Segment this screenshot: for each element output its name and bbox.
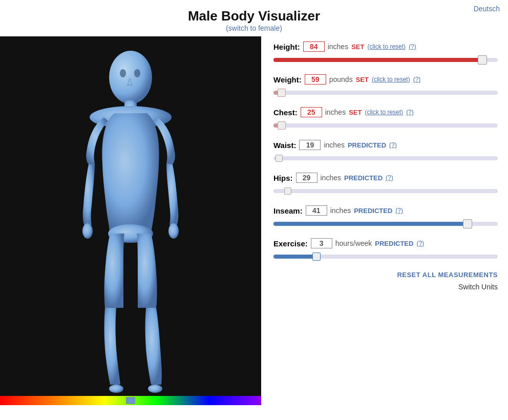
hips-status: PREDICTED bbox=[344, 174, 383, 182]
hips-label: Hips: bbox=[273, 174, 293, 182]
exercise-help-link[interactable]: (?) bbox=[416, 240, 424, 247]
waist-unit: inches bbox=[324, 141, 344, 149]
hips-unit: inches bbox=[321, 174, 341, 182]
waist-slider[interactable] bbox=[273, 156, 498, 160]
chest-unit: inches bbox=[325, 108, 346, 116]
svg-point-7 bbox=[148, 385, 162, 393]
switch-gender-link[interactable]: (switch to female) bbox=[0, 24, 508, 32]
color-bar-thumb[interactable] bbox=[126, 397, 135, 404]
color-bar[interactable] bbox=[0, 396, 261, 405]
weight-label: Weight: bbox=[273, 75, 302, 84]
chest-value-input[interactable] bbox=[301, 107, 322, 117]
page-title: Male Body Visualizer bbox=[0, 8, 508, 24]
height-control: Height: inches SET (click to reset) (?) bbox=[273, 41, 498, 65]
bottom-controls: RESET ALL MEASUREMENTS Switch Units bbox=[273, 271, 498, 291]
body-figure bbox=[0, 36, 261, 405]
body-visualization-panel bbox=[0, 36, 261, 405]
hips-control: Hips: inches PREDICTED (?) bbox=[273, 173, 498, 196]
weight-value-input[interactable] bbox=[305, 74, 326, 85]
height-help-link[interactable]: (?) bbox=[409, 43, 416, 50]
height-label: Height: bbox=[273, 43, 300, 51]
height-slider[interactable] bbox=[273, 58, 498, 62]
weight-help-link[interactable]: (?) bbox=[413, 76, 421, 83]
waist-label: Waist: bbox=[273, 141, 296, 150]
svg-point-6 bbox=[109, 385, 123, 393]
waist-help-link[interactable]: (?) bbox=[389, 141, 397, 149]
svg-point-9 bbox=[134, 69, 140, 77]
height-value-input[interactable] bbox=[303, 41, 325, 52]
svg-point-8 bbox=[120, 69, 126, 77]
hips-slider[interactable] bbox=[273, 189, 498, 193]
chest-control: Chest: inches SET (click to reset) (?) bbox=[273, 107, 498, 131]
exercise-slider[interactable] bbox=[273, 255, 498, 259]
controls-panel: Height: inches SET (click to reset) (?) … bbox=[261, 36, 508, 405]
body-svg bbox=[44, 47, 218, 395]
chest-reset-link[interactable]: (click to reset) bbox=[365, 109, 403, 116]
weight-reset-link[interactable]: (click to reset) bbox=[372, 76, 410, 83]
exercise-control: Exercise: hours/week PREDICTED (?) bbox=[273, 238, 498, 262]
chest-status: SET bbox=[349, 109, 362, 116]
height-status: SET bbox=[351, 43, 364, 51]
inseam-unit: inches bbox=[330, 206, 351, 215]
chest-help-link[interactable]: (?) bbox=[406, 109, 414, 116]
chest-label: Chest: bbox=[273, 108, 298, 117]
weight-control: Weight: pounds SET (click to reset) (?) bbox=[273, 74, 498, 98]
inseam-slider[interactable] bbox=[273, 222, 498, 226]
waist-value-input[interactable] bbox=[299, 140, 321, 150]
svg-point-0 bbox=[109, 51, 152, 104]
weight-status: SET bbox=[356, 76, 369, 83]
reset-all-button[interactable]: RESET ALL MEASUREMENTS bbox=[397, 271, 498, 279]
waist-status: PREDICTED bbox=[348, 141, 386, 149]
weight-slider[interactable] bbox=[273, 91, 498, 95]
exercise-value-input[interactable] bbox=[311, 238, 332, 248]
height-reset-link[interactable]: (click to reset) bbox=[367, 43, 406, 50]
inseam-control: Inseam: inches PREDICTED (?) bbox=[273, 205, 498, 229]
switch-units-button[interactable]: Switch Units bbox=[458, 283, 498, 291]
deutsch-link[interactable]: Deutsch bbox=[474, 5, 500, 13]
svg-point-4 bbox=[82, 223, 93, 239]
inseam-help-link[interactable]: (?) bbox=[395, 207, 403, 214]
hips-help-link[interactable]: (?) bbox=[386, 174, 393, 181]
weight-unit: pounds bbox=[329, 75, 353, 83]
waist-control: Waist: inches PREDICTED (?) bbox=[273, 140, 498, 163]
inseam-status: PREDICTED bbox=[354, 207, 392, 215]
exercise-status: PREDICTED bbox=[375, 240, 413, 247]
inseam-value-input[interactable] bbox=[306, 205, 327, 216]
height-unit: inches bbox=[328, 43, 348, 51]
hips-value-input[interactable] bbox=[296, 173, 318, 183]
exercise-label: Exercise: bbox=[273, 239, 308, 248]
exercise-unit: hours/week bbox=[335, 239, 372, 247]
chest-slider[interactable] bbox=[273, 123, 498, 128]
svg-point-5 bbox=[168, 223, 179, 239]
inseam-label: Inseam: bbox=[273, 206, 303, 215]
